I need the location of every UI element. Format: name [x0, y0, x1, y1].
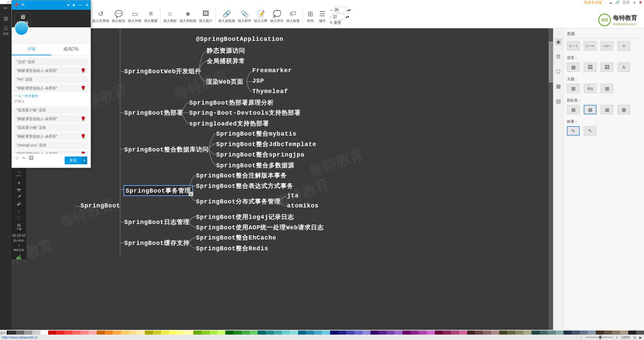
close-icon[interactable]: ✕: [85, 3, 89, 7]
bg-thumb[interactable]: 🖼: [601, 62, 613, 72]
node[interactable]: @SpringBootApplication: [196, 36, 284, 42]
insert-comment-button[interactable]: 💭插入评论: [269, 8, 285, 24]
node[interactable]: atomikos: [287, 202, 319, 209]
pin-icon[interactable]: 📌: [14, 3, 19, 7]
tab-home-icon[interactable]: ⬠: [555, 68, 562, 75]
insert-attachment-button[interactable]: 📎插入附件: [236, 8, 253, 24]
node[interactable]: SpringBoot整合多数据源: [216, 161, 294, 169]
insert-clipart-button[interactable]: ★插入剪贴画: [178, 8, 198, 24]
node[interactable]: SpringBoot使用log4j记录日志: [196, 213, 294, 221]
node[interactable]: SpringBoot使用AOP统一处理Web请求日志: [196, 223, 324, 231]
vertical-scrollbar[interactable]: [548, 28, 553, 330]
node[interactable]: SpringBoot热部署原理分析: [189, 98, 274, 107]
insert-hyperlink-button[interactable]: 🔗插入超链接: [217, 8, 236, 24]
font-thumb[interactable]: Aa: [584, 84, 597, 93]
node[interactable]: jta: [287, 192, 299, 199]
node-selected[interactable]: SpringBoot事务管理: [124, 185, 193, 196]
node[interactable]: SpringBoot整合表达式方式事务: [196, 182, 293, 190]
layout-thumb[interactable]: ≡: [617, 41, 630, 51]
number-button[interactable]: ☰编号: [316, 8, 328, 24]
tab-discuss[interactable]: 讨论: [12, 44, 51, 55]
insert-outer-button[interactable]: ▭插入外框: [127, 8, 143, 24]
zoom-in-icon[interactable]: +: [616, 336, 618, 339]
node[interactable]: springloaded支持热部署: [189, 119, 269, 128]
bg-thumb[interactable]: A: [617, 62, 630, 72]
tab-members[interactable]: 成员(74): [51, 44, 91, 55]
insert-icon-button[interactable]: ⌂插入图标: [162, 8, 178, 24]
cut-icon[interactable]: ✂: [22, 155, 26, 161]
presentation-icon[interactable]: ▶: [639, 336, 642, 339]
tab-layout-icon[interactable]: ▤: [555, 98, 562, 105]
layout-button[interactable]: ⊞布局: [304, 8, 316, 24]
dropdown-icon[interactable]: ▾: [67, 3, 69, 7]
camera-icon[interactable]: 📷: [17, 188, 21, 192]
node[interactable]: 全局捕获异常: [207, 57, 245, 65]
popout-icon[interactable]: ⇱: [22, 3, 25, 7]
node[interactable]: SpringBoot缓存支持: [124, 239, 190, 247]
node[interactable]: SpringBoot整合JdbcTemplate: [216, 140, 317, 148]
insert-relation-button[interactable]: ↺插入关系线: [91, 8, 110, 24]
width-field[interactable]: ↔▴▾: [330, 7, 351, 13]
zoom-slider[interactable]: [586, 337, 613, 338]
send-dropdown[interactable]: ▾: [82, 157, 87, 164]
node[interactable]: JSP: [252, 78, 264, 84]
focus-icon[interactable]: ◉: [18, 181, 21, 185]
effect-thumb[interactable]: ✎: [584, 126, 597, 136]
tab-page-icon[interactable]: ◆: [555, 38, 562, 45]
node[interactable]: SpringBoot整合mybatis: [216, 130, 297, 138]
insert-note-button[interactable]: 📝插入注释: [253, 8, 269, 24]
chat-list[interactable]: "北岩" 送给 "蚂蚁课堂创始人-余胜军"🌹 "Fei" 送给 "蚂蚁课堂创始人…: [12, 56, 91, 153]
node[interactable]: SpringBoot整合springjpa: [216, 150, 304, 159]
node[interactable]: 渲染Web页面: [206, 78, 244, 86]
rainbow-thumb[interactable]: ▦: [601, 105, 613, 114]
expand-toggle[interactable]: +: [189, 192, 193, 196]
mindmap-canvas[interactable]: 每特教育 每特教育 每特教育 每特教育 每特教育 每特教育 SpringBoot…: [11, 28, 553, 330]
spinner-icon[interactable]: ▴▾: [347, 8, 351, 12]
height-field[interactable]: ↕▴▾: [330, 13, 351, 20]
rainbow-thumb[interactable]: ▦: [617, 105, 630, 114]
ppt-icon[interactable]: ▭PPT: [16, 170, 22, 177]
bg-thumb[interactable]: 🖼: [584, 62, 597, 72]
share-titlebar[interactable]: 📌⇱ ▾★—✕: [12, 0, 91, 10]
node[interactable]: SpringBoot整合数据库访问: [124, 145, 209, 153]
scissors-tool[interactable]: ✂: [4, 5, 8, 11]
node[interactable]: SpringBoot整合EhCache: [196, 233, 277, 242]
theme-thumb[interactable]: ▦: [567, 84, 580, 93]
fit-icon[interactable]: ⊡: [633, 336, 636, 339]
insert-picture-button[interactable]: 🖼插入图片: [198, 8, 214, 24]
node[interactable]: SpringBoot日志管理: [124, 218, 190, 226]
node[interactable]: SpringBoot整合注解版本事务: [196, 171, 287, 179]
mic-icon[interactable]: 🎤: [17, 195, 21, 199]
fullscreen-icon[interactable]: ⛶: [17, 216, 21, 220]
insert-summary-button[interactable]: ≡插入概要: [143, 8, 159, 24]
theme-thumb[interactable]: ▦: [601, 84, 613, 93]
speaker-icon[interactable]: 🔊: [17, 202, 21, 206]
minimize-icon[interactable]: —: [78, 3, 83, 7]
reset-button[interactable]: ↻ 重置: [330, 20, 351, 25]
node[interactable]: SpringBoot分布式事务管理: [196, 197, 281, 205]
node[interactable]: Freemarker: [252, 67, 292, 74]
insert-label-button[interactable]: 💬插入标注: [110, 8, 127, 24]
scrollbar-thumb[interactable]: [549, 42, 553, 82]
tab-outline-icon[interactable]: ☰: [555, 53, 562, 60]
bg-thumb[interactable]: ▩: [567, 62, 580, 72]
avatar[interactable]: [14, 21, 29, 35]
effect-thumb[interactable]: ✎: [567, 126, 580, 136]
node-root[interactable]: SpringBoot: [80, 202, 120, 209]
node[interactable]: Spring-Boot-Devtools支持热部署: [189, 109, 301, 117]
node[interactable]: Thymeleaf: [252, 88, 288, 95]
layout-thumb[interactable]: ⊢⊸: [584, 41, 597, 51]
star-icon[interactable]: ★: [72, 3, 76, 7]
layout-thumb[interactable]: ⊢⊣: [567, 41, 580, 51]
outline-tool[interactable]: ☷目标: [3, 26, 9, 36]
node[interactable]: SpringBoot整合Redis: [196, 244, 268, 252]
node[interactable]: 静态资源访问: [207, 47, 245, 55]
node[interactable]: SpringBootWeb开发组件: [124, 67, 201, 75]
rainbow-thumb[interactable]: ▦: [584, 105, 597, 114]
music-icon[interactable]: ♪: [18, 209, 20, 213]
image-icon[interactable]: 🖼: [29, 155, 33, 161]
zoom-out-icon[interactable]: −: [580, 336, 582, 339]
tab-style-icon[interactable]: ▦: [555, 83, 562, 90]
layout-thumb[interactable]: ⊸⊢: [601, 41, 613, 51]
insert-tag-button[interactable]: 🏷插入标签: [285, 8, 301, 24]
